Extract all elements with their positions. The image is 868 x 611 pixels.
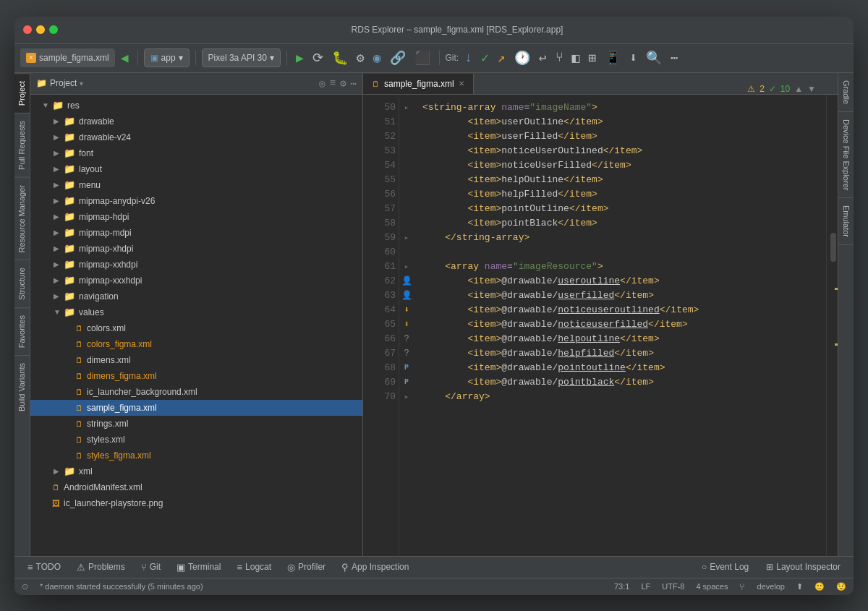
- toolbar-separator-2: [195, 51, 196, 65]
- right-tab-gradle[interactable]: Gradle: [838, 73, 854, 112]
- bottom-tab-event-log[interactable]: ○ Event Log: [694, 557, 756, 576]
- tree-item-mipmap-hdpi[interactable]: ▶ 📁 mipmap-hdpi: [30, 209, 362, 225]
- back-icon[interactable]: ◀: [118, 50, 132, 66]
- tree-item-layout[interactable]: ▶ 📁 layout: [30, 161, 362, 177]
- tree-item-dimens-figma-xml[interactable]: 🗒 dimens_figma.xml: [30, 368, 362, 384]
- scrollbar-thumb[interactable]: [830, 233, 836, 262]
- tree-item-drawable[interactable]: ▶ 📁 drawable: [30, 114, 362, 129]
- tree-item-navigation[interactable]: ▶ 📁 navigation: [30, 289, 362, 304]
- tree-item-menu[interactable]: ▶ 📁 menu: [30, 177, 362, 193]
- tree-item-res[interactable]: ▼ 📁 res: [30, 98, 362, 114]
- chevron-mipmap-xxhdpi: ▶: [54, 260, 61, 268]
- bottom-tab-terminal[interactable]: ▣ Terminal: [169, 557, 228, 576]
- tree-item-mipmap-mdpi[interactable]: ▶ 📁 mipmap-mdpi: [30, 225, 362, 241]
- close-button[interactable]: [23, 25, 32, 34]
- file-icon-strings: 🗒: [75, 419, 83, 428]
- traffic-lights: [23, 25, 58, 34]
- search-everywhere-button[interactable]: 🔍: [643, 48, 665, 67]
- git-branch-button[interactable]: ⑂: [553, 49, 566, 67]
- bug-button[interactable]: 🐛: [329, 48, 351, 67]
- gutter-62: 👤: [401, 274, 412, 289]
- right-tab-emulator[interactable]: Emulator: [838, 198, 854, 245]
- coverage-button[interactable]: ⚙: [354, 48, 367, 67]
- tree-item-android-manifest[interactable]: 🗒 AndroidManifest.xml: [30, 479, 362, 495]
- file-tree: ▼ 📁 res ▶ 📁 drawable ▶ 📁 drawable-v24 ▶ …: [30, 95, 362, 556]
- debug-button[interactable]: ⟳: [310, 48, 326, 67]
- attach-button[interactable]: 🔗: [387, 48, 409, 67]
- module-dropdown[interactable]: ▣ app ▾: [144, 48, 190, 67]
- minimize-button[interactable]: [36, 25, 45, 34]
- right-tab-device-file-explorer[interactable]: Device File Explorer: [838, 112, 854, 198]
- bottom-tab-problems[interactable]: ⚠ Problems: [69, 557, 132, 576]
- folder-icon-mipmap-xhdpi: 📁: [64, 243, 75, 254]
- tree-item-styles-xml[interactable]: 🗒 styles.xml: [30, 432, 362, 448]
- chevron-up-icon[interactable]: ▲: [794, 84, 803, 94]
- event-log-label: Event Log: [710, 562, 749, 572]
- folder-icon-xml: 📁: [64, 466, 75, 477]
- maximize-button[interactable]: [49, 25, 58, 34]
- locate-icon[interactable]: ◎: [319, 77, 325, 90]
- project-dropdown-icon[interactable]: ▾: [80, 80, 83, 87]
- tree-item-styles-figma-xml[interactable]: 🗒 styles_figma.xml: [30, 448, 362, 463]
- tree-item-ic-launcher-bg-xml[interactable]: 🗒 ic_launcher_background.xml: [30, 384, 362, 400]
- bottom-tab-git[interactable]: ⑂ Git: [134, 557, 168, 576]
- git-stash-button[interactable]: ⊞: [585, 48, 599, 67]
- tree-item-drawable-v24[interactable]: ▶ 📁 drawable-v24: [30, 129, 362, 145]
- bottom-tab-profiler[interactable]: ◎ Profiler: [280, 557, 333, 576]
- settings-button[interactable]: ⋯: [668, 48, 681, 67]
- profile-button[interactable]: ◉: [370, 48, 384, 67]
- chevron-xml: ▶: [54, 467, 61, 475]
- tree-item-mipmap-xxxhdpi[interactable]: ▶ 📁 mipmap-xxxhdpi: [30, 273, 362, 289]
- bottom-tab-app-inspection[interactable]: ⚲ App Inspection: [334, 557, 416, 576]
- sidebar-item-favorites[interactable]: Favorites: [14, 307, 30, 355]
- tree-item-xml[interactable]: ▶ 📁 xml: [30, 463, 362, 479]
- code-editor[interactable]: <string-array name="imageName"> <item>us…: [414, 95, 826, 556]
- left-sidebar-tabs: Project Pull Requests Resource Manager S…: [14, 73, 30, 556]
- tree-item-dimens-xml[interactable]: 🗒 dimens.xml: [30, 352, 362, 368]
- code-line-63: <item>@drawable/userfilled</item>: [422, 289, 817, 303]
- gutter-65: ⬇: [401, 317, 412, 332]
- device-manager-button[interactable]: 📱: [602, 48, 624, 67]
- sidebar-item-structure[interactable]: Structure: [14, 260, 30, 307]
- sidebar-item-project[interactable]: Project: [14, 73, 30, 113]
- toolbar-separator-4: [439, 51, 440, 65]
- editor-tab-close[interactable]: ✕: [459, 80, 464, 87]
- tree-item-values[interactable]: ▼ 📁 values: [30, 304, 362, 320]
- file-icon-styles-figma: 🗒: [75, 451, 83, 460]
- tree-item-sample-figma-xml[interactable]: 🗒 sample_figma.xml: [30, 400, 362, 416]
- git-diff-button[interactable]: ◧: [569, 48, 583, 67]
- bottom-tab-logcat[interactable]: ≡ Logcat: [229, 557, 278, 576]
- sdk-manager-button[interactable]: ⬇: [626, 48, 640, 67]
- collapse-icon[interactable]: ≡: [330, 77, 336, 89]
- run-button[interactable]: ▶: [293, 48, 307, 67]
- editor-tab-sample-figma[interactable]: 🗒 sample_figma.xml ✕: [363, 74, 474, 94]
- sidebar-item-pull-requests[interactable]: Pull Requests: [14, 113, 30, 177]
- settings-icon[interactable]: ⚙: [340, 77, 346, 90]
- chevron-mipmap-xxxhdpi: ▶: [54, 276, 61, 284]
- open-file-tab[interactable]: X sample_figma.xml: [20, 48, 115, 67]
- gutter-67: ?: [401, 346, 412, 361]
- device-dropdown[interactable]: Pixel 3a API 30 ▾: [202, 48, 281, 67]
- tree-item-strings-xml[interactable]: 🗒 strings.xml: [30, 416, 362, 432]
- sidebar-item-resource-manager[interactable]: Resource Manager: [14, 177, 30, 260]
- tree-item-mipmap-anydpi[interactable]: ▶ 📁 mipmap-anydpi-v26: [30, 193, 362, 209]
- tree-item-mipmap-xhdpi[interactable]: ▶ 📁 mipmap-xhdpi: [30, 241, 362, 257]
- tree-item-colors-xml[interactable]: 🗒 colors.xml: [30, 320, 362, 336]
- bottom-tab-layout-inspector[interactable]: ⊞ Layout Inspector: [759, 557, 848, 576]
- git-update-button[interactable]: ↓: [461, 49, 475, 67]
- tree-item-font[interactable]: ▶ 📁 font: [30, 145, 362, 161]
- tree-item-mipmap-xxhdpi[interactable]: ▶ 📁 mipmap-xxhdpi: [30, 257, 362, 273]
- bottom-tab-todo[interactable]: ≡ TODO: [20, 557, 68, 576]
- tree-item-colors-figma-xml[interactable]: 🗒 colors_figma.xml: [30, 336, 362, 352]
- git-rollback-button[interactable]: ↩: [536, 48, 550, 67]
- stop-button[interactable]: ⬛: [412, 48, 433, 67]
- gutter-60: [401, 245, 412, 260]
- editor-scrollbar[interactable]: [826, 95, 838, 556]
- tree-item-ic-launcher-playstore[interactable]: 🖼 ic_launcher-playstore.png: [30, 495, 362, 511]
- sidebar-item-build-variants[interactable]: Build Variants: [14, 355, 30, 419]
- git-history-button[interactable]: 🕐: [511, 48, 533, 67]
- chevron-down-icon[interactable]: ▼: [807, 84, 816, 94]
- git-commit-button[interactable]: ✓: [478, 48, 492, 67]
- git-push-button[interactable]: ↗: [495, 48, 509, 67]
- more-icon[interactable]: ⋯: [351, 77, 357, 90]
